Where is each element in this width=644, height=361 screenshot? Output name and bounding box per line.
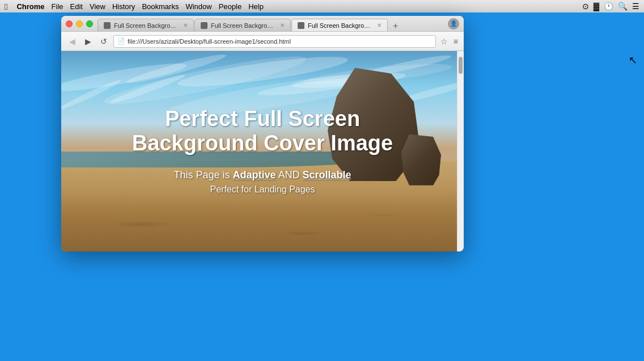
subtitle-line1: This Page is Adaptive AND Scrollable bbox=[101, 167, 423, 183]
tab-close-1[interactable]: ✕ bbox=[183, 22, 188, 28]
spotlight-icon[interactable]: 🔍 bbox=[618, 2, 628, 11]
tab-3-active[interactable]: Full Screen Background C ✕ bbox=[291, 19, 388, 31]
address-bar-file-icon: 📄 bbox=[117, 37, 125, 45]
menu-chrome[interactable]: Chrome bbox=[16, 2, 44, 11]
menu-window[interactable]: Window bbox=[185, 2, 211, 11]
mac-status-icons: ⊙ ▓ 🕐 🔍 ☰ bbox=[582, 2, 639, 11]
tab-close-2[interactable]: ✕ bbox=[280, 22, 285, 28]
menu-bookmarks[interactable]: Bookmarks bbox=[142, 2, 179, 11]
close-button[interactable] bbox=[66, 20, 73, 27]
beach-scene: Perfect Full Screen Background Cover Ima… bbox=[61, 51, 464, 251]
heading-line2: Background Cover Image bbox=[132, 131, 393, 155]
menu-people[interactable]: People bbox=[219, 2, 242, 11]
scrollable-text: Scrollable bbox=[303, 169, 351, 180]
tab-favicon-3 bbox=[298, 22, 304, 29]
browser-navbar: ◀ ▶ ↺ 📄 file:///Users/azizali/Desktop/fu… bbox=[61, 32, 464, 51]
minimize-button[interactable] bbox=[76, 20, 83, 27]
and-text: AND bbox=[276, 169, 303, 180]
tab-favicon-1 bbox=[104, 22, 111, 29]
menu-help[interactable]: Help bbox=[248, 2, 264, 11]
address-bar-url: file:///Users/azizali/Desktop/full-scree… bbox=[128, 38, 291, 45]
new-tab-button[interactable]: + bbox=[391, 21, 400, 31]
reload-button[interactable]: ↺ bbox=[98, 35, 110, 48]
profile-icon: 👤 bbox=[450, 20, 457, 27]
menu-view[interactable]: View bbox=[90, 2, 105, 11]
scrollbar[interactable] bbox=[457, 51, 464, 251]
browser-titlebar: Full Screen Background C ✕ Full Screen B… bbox=[61, 16, 464, 32]
tab-title-3: Full Screen Background C bbox=[308, 22, 372, 29]
traffic-lights bbox=[66, 20, 93, 27]
browser-content: Perfect Full Screen Background Cover Ima… bbox=[61, 51, 464, 251]
browser-menu-button[interactable]: ≡ bbox=[452, 36, 459, 47]
back-button[interactable]: ◀ bbox=[66, 35, 78, 48]
tab-1[interactable]: Full Screen Background C ✕ bbox=[98, 19, 194, 31]
menu-file[interactable]: File bbox=[52, 2, 63, 11]
maximize-button[interactable] bbox=[86, 20, 93, 27]
tab-title-1: Full Screen Background C bbox=[114, 22, 179, 29]
tab-close-3[interactable]: ✕ bbox=[377, 22, 382, 28]
battery-icon: ▓ bbox=[594, 2, 599, 11]
browser-window: Full Screen Background C ✕ Full Screen B… bbox=[61, 16, 464, 251]
profile-button[interactable]: 👤 bbox=[448, 18, 459, 30]
address-bar[interactable]: 📄 file:///Users/azizali/Desktop/full-scr… bbox=[113, 35, 436, 48]
menu-edit[interactable]: Edit bbox=[70, 2, 83, 11]
heading-line1: Perfect Full Screen bbox=[165, 106, 360, 130]
subtitle-prefix: This Page is bbox=[173, 169, 232, 180]
tab-favicon-2 bbox=[201, 22, 207, 29]
forward-button[interactable]: ▶ bbox=[82, 35, 94, 48]
adaptive-text: Adaptive bbox=[232, 169, 276, 180]
tab-2[interactable]: Full Screen Background C ✕ bbox=[194, 19, 291, 31]
text-overlay: Perfect Full Screen Background Cover Ima… bbox=[101, 106, 423, 196]
bookmark-button[interactable]: ☆ bbox=[439, 36, 449, 47]
scrollbar-thumb[interactable] bbox=[459, 57, 463, 74]
tagline: Perfect for Landing Pages bbox=[101, 183, 423, 196]
mac-menubar:  Chrome File Edit View History Bookmark… bbox=[0, 0, 644, 12]
tab-title-2: Full Screen Background C bbox=[211, 22, 276, 29]
apple-menu[interactable]:  bbox=[5, 2, 7, 11]
mouse-cursor: ↖ bbox=[629, 54, 637, 66]
wifi-icon: ⊙ bbox=[582, 2, 589, 11]
browser-tabs: Full Screen Background C ✕ Full Screen B… bbox=[98, 16, 400, 31]
menu-history[interactable]: History bbox=[112, 2, 135, 11]
notification-icon[interactable]: ☰ bbox=[632, 2, 639, 11]
clock: 🕐 bbox=[604, 2, 613, 11]
main-heading: Perfect Full Screen Background Cover Ima… bbox=[101, 106, 423, 156]
